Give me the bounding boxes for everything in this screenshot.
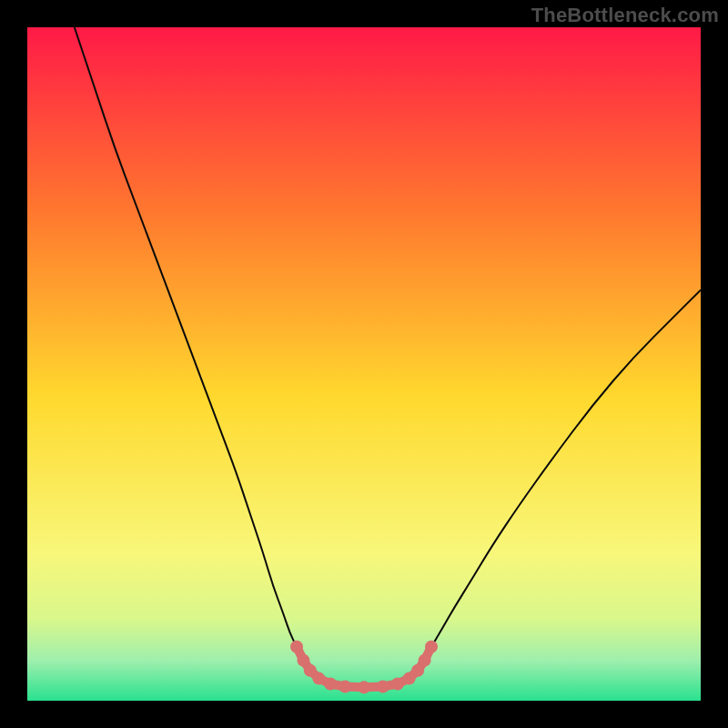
chart-frame: TheBottleneck.com: [0, 0, 728, 728]
trough-dot: [339, 680, 351, 693]
gradient-background: [27, 27, 701, 701]
trough-dot: [324, 678, 337, 691]
trough-dot: [358, 681, 370, 693]
trough-dot: [425, 641, 438, 653]
bottleneck-chart: [27, 27, 701, 701]
trough-dot: [290, 641, 303, 653]
watermark-text: TheBottleneck.com: [531, 4, 719, 27]
plot-area: [27, 27, 701, 701]
trough-dot: [377, 680, 389, 693]
trough-dot: [312, 672, 325, 685]
trough-dot: [391, 678, 404, 691]
trough-dot: [419, 654, 431, 667]
